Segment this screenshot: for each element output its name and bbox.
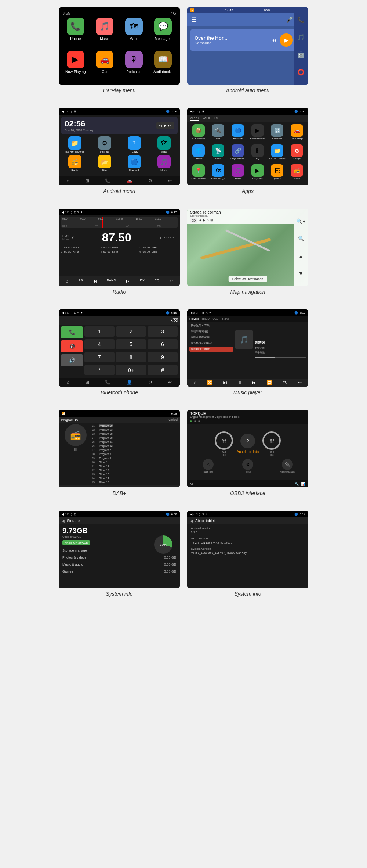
- storage-item-photos[interactable]: Photos & videos 0.35 GB: [62, 554, 176, 561]
- radio-band-btn[interactable]: BAND: [107, 279, 116, 284]
- dab-prog-6[interactable]: 06 Program 22: [92, 444, 178, 448]
- bt-reject-button[interactable]: 📵: [61, 340, 83, 352]
- am-home-icon[interactable]: ⌂: [67, 178, 69, 183]
- obd2-adapter-item[interactable]: 🔌 Adapter Status: [269, 459, 306, 473]
- bt-home-icon[interactable]: ⌂: [67, 380, 69, 385]
- app-eq[interactable]: 🎚 EQ: [248, 144, 267, 163]
- dab-prog-2[interactable]: 02 Program 13: [92, 428, 178, 431]
- bt-key-0[interactable]: 0+: [116, 365, 146, 375]
- map-destination-button[interactable]: Select as Destination: [229, 276, 267, 282]
- music-home-btn[interactable]: ⌂: [194, 380, 196, 385]
- bt-key-4[interactable]: 4: [84, 339, 115, 349]
- obd2-settings-icon[interactable]: ⚙: [190, 482, 193, 486]
- bt-key-1[interactable]: 1: [84, 326, 115, 337]
- am-grid-icon[interactable]: ⊞: [86, 178, 89, 183]
- am-app-radio[interactable]: 📻 Radio: [61, 155, 88, 172]
- app-bluetooth[interactable]: 🔵 Bluetooth: [229, 124, 247, 143]
- radio-prev-btn[interactable]: ⏮: [92, 279, 97, 284]
- dab-prev-btn[interactable]: ⏮: [72, 487, 77, 487]
- music-tab-extsd[interactable]: extSD: [201, 317, 210, 320]
- map-nav-home[interactable]: ⌂: [207, 218, 209, 223]
- am-app-maps[interactable]: 🗺 Maps: [150, 136, 178, 153]
- dab-prog-14[interactable]: 14 Silent 14: [92, 477, 178, 480]
- bt-key-6[interactable]: 6: [148, 339, 178, 349]
- am-app-tlink[interactable]: T TLINK: [120, 136, 148, 153]
- storage-item-music[interactable]: Music & audio 0.00 GB: [62, 561, 176, 568]
- music-item-2[interactable]: 刘德华-晴着着(…: [189, 329, 233, 334]
- carplay-app-podcasts[interactable]: 🎙 Podcasts: [121, 51, 147, 81]
- app-esfile[interactable]: 📁 ES File Explorer: [268, 144, 287, 163]
- carplay-app-car[interactable]: 🚗 Car: [92, 51, 118, 81]
- obd2-fault-item[interactable]: ⚠ Fault Tone: [189, 459, 227, 473]
- dab-prog-10[interactable]: 10 Silent 1: [92, 460, 178, 464]
- music-eq2-btn[interactable]: EQ: [283, 380, 288, 385]
- bt-key-hash[interactable]: #: [148, 365, 178, 375]
- aa-menu-icon[interactable]: ☰: [192, 16, 197, 23]
- bt-back2-icon[interactable]: ↩: [168, 380, 172, 385]
- radio-prev-arrow[interactable]: ‹: [72, 234, 74, 241]
- am-app-bt[interactable]: 🔵 Bluetooth: [120, 155, 148, 172]
- radio-dx-btn[interactable]: DX: [140, 279, 145, 284]
- app-apk-installer[interactable]: 📦 APK Installer: [189, 124, 208, 143]
- am-back-icon[interactable]: ↩: [168, 178, 172, 183]
- app-aux[interactable]: 🔌 AUX: [209, 124, 228, 143]
- music-item-1[interactable]: 筷子兄弟-小苹果: [189, 323, 233, 328]
- music-item-4[interactable]: 宝珠格-讲不出再见: [189, 341, 233, 346]
- obd2-help-icon[interactable]: ?: [240, 434, 255, 448]
- bt-mute-button[interactable]: 🔊: [61, 354, 83, 366]
- map-zoom-out[interactable]: 🔍: [298, 236, 304, 241]
- radio-preset-6[interactable]: 6 95.80 MHz: [139, 250, 178, 254]
- bt-key-5[interactable]: 5: [116, 339, 146, 349]
- dab-pty-btn[interactable]: PTY: [160, 487, 166, 487]
- sysinfo1-back-icon[interactable]: ◀: [62, 519, 65, 523]
- bt-backspace-icon[interactable]: ⌫: [171, 318, 178, 323]
- radio-back-btn[interactable]: ↩: [169, 279, 173, 284]
- app-calculator[interactable]: 🔢 Calculator: [268, 124, 287, 143]
- aa-sidebar-phone[interactable]: 📞: [297, 16, 305, 23]
- dab-prog-4[interactable]: 04 Program 18: [92, 436, 178, 440]
- am-app-esfile[interactable]: 📁 ES File Explorer: [61, 136, 88, 153]
- radio-as-btn[interactable]: AS: [78, 279, 83, 284]
- obd2-graph-icon[interactable]: 📊: [301, 482, 305, 486]
- am-app-settings[interactable]: ⚙ Settings: [91, 136, 118, 153]
- dab-prog-8[interactable]: 08 Program 8: [92, 452, 178, 456]
- aa-sidebar-music[interactable]: 🎵: [297, 34, 305, 41]
- am-app-files[interactable]: 📂 Files: [91, 155, 118, 172]
- dab-next-btn[interactable]: ⏭: [131, 487, 135, 487]
- sysinfo2-back-icon[interactable]: ◀: [190, 519, 193, 523]
- bt-key-7[interactable]: 7: [84, 352, 115, 362]
- app-music3[interactable]: 🎵 Music: [229, 164, 247, 183]
- radio-preset-3[interactable]: 3 90.50 MHz: [100, 246, 138, 249]
- music-prev-btn[interactable]: ⏮: [223, 380, 227, 385]
- aa-play-button[interactable]: ▶: [280, 33, 293, 47]
- music-tab-playlist[interactable]: Playlist: [189, 317, 199, 320]
- app-chrome[interactable]: 🌐 Chrome: [189, 144, 208, 163]
- bt-key-9[interactable]: 9: [148, 352, 178, 362]
- map-zoom-in[interactable]: 🔍+: [296, 218, 305, 224]
- radio-preset-5[interactable]: 5 94.20 MHz: [139, 246, 178, 249]
- am-app-music2[interactable]: 🎵 Music: [150, 155, 178, 172]
- dab-prog-1[interactable]: 01 Program 10: [92, 424, 178, 427]
- aa-prev-button[interactable]: ⏮: [272, 37, 277, 43]
- tab-widgets[interactable]: WIDGETS: [203, 116, 218, 121]
- bt-key-8[interactable]: 8: [116, 352, 146, 362]
- music-next-btn[interactable]: ⏭: [252, 380, 257, 385]
- dab-prog-13[interactable]: 13 Silent 13: [92, 473, 178, 476]
- app-boot-animation[interactable]: ▶ Boot Animation: [248, 124, 267, 143]
- app-playstore[interactable]: ▶ Play Store: [248, 164, 267, 183]
- map-nav-right[interactable]: ▶: [203, 218, 206, 223]
- map-3d-btn[interactable]: 3D: [190, 218, 197, 223]
- bt-key-2[interactable]: 2: [116, 326, 146, 337]
- free-up-button[interactable]: FREE UP SPACE: [62, 540, 90, 545]
- storage-item-games[interactable]: Games 3.88 GB: [62, 568, 176, 575]
- dab-prog-7[interactable]: 07 Program 7: [92, 448, 178, 452]
- carplay-app-phone[interactable]: 📞 Phone: [62, 18, 89, 48]
- app-dab[interactable]: 📡 DAB+: [209, 144, 228, 163]
- carplay-app-nowplaying[interactable]: ▶ Now Playing: [62, 51, 89, 81]
- map-down-arrow[interactable]: ▼: [298, 270, 304, 276]
- carplay-app-maps[interactable]: 🗺 Maps: [121, 18, 147, 48]
- am-settings2-icon[interactable]: ⚙: [148, 178, 152, 183]
- bt-person-icon[interactable]: 👤: [127, 380, 132, 385]
- dab-prog-11[interactable]: 11 Silent 11: [92, 465, 178, 468]
- music-pause-btn[interactable]: ⏸: [237, 380, 242, 385]
